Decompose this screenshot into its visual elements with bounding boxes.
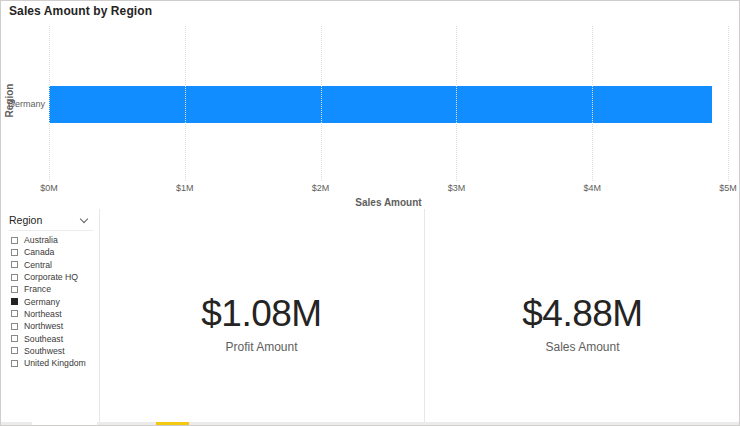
x-tick-label: $5M [719, 183, 737, 193]
slicer-item-southwest[interactable]: Southwest [1, 345, 99, 357]
slicer-item-label: Southwest [24, 346, 65, 356]
gridline [185, 26, 186, 181]
powerbi-report-canvas: Sales Amount by Region Region Germany $0… [0, 0, 740, 426]
slicer-item-label: Australia [24, 235, 58, 245]
slicer-item-label: Northeast [24, 309, 62, 319]
checkbox-unchecked[interactable] [11, 323, 18, 330]
slicer-item-central[interactable]: Central [1, 259, 99, 271]
bar-chart-visual: Sales Amount by Region Region Germany $0… [1, 1, 740, 209]
slicer-item-canada[interactable]: Canada [1, 246, 99, 258]
slicer-item-france[interactable]: France [1, 283, 99, 295]
slicer-header[interactable]: Region [9, 209, 93, 231]
gridline [49, 26, 50, 181]
x-tick-label: $3M [448, 183, 466, 193]
profit-amount-label: Profit Amount [99, 340, 424, 354]
sales-amount-label: Sales Amount [424, 340, 740, 354]
region-slicer: Region AustraliaCanadaCentralCorporate H… [1, 209, 99, 422]
slicer-list: AustraliaCanadaCentralCorporate HQFrance… [1, 234, 99, 369]
slicer-item-label: Central [24, 260, 52, 270]
gridline [456, 26, 457, 181]
slicer-item-australia[interactable]: Australia [1, 234, 99, 246]
x-axis-ticks: $0M$1M$2M$3M$4M$5M [49, 183, 728, 195]
plot-area [49, 26, 728, 181]
gridline [592, 26, 593, 181]
slicer-item-label: Northwest [24, 321, 63, 331]
checkbox-unchecked[interactable] [11, 335, 18, 342]
checkbox-unchecked[interactable] [11, 347, 18, 354]
slicer-item-label: Canada [24, 247, 54, 257]
profit-amount-value: $1.08M [99, 294, 424, 335]
slicer-item-corporate-hq[interactable]: Corporate HQ [1, 271, 99, 283]
checkbox-unchecked[interactable] [11, 237, 18, 244]
x-tick-label: $4M [583, 183, 601, 193]
profit-amount-card: $1.08M Profit Amount [99, 209, 424, 422]
slicer-item-label: France [24, 284, 51, 294]
checkbox-unchecked[interactable] [11, 274, 18, 281]
page-tab[interactable] [32, 422, 97, 426]
page-tab-bar [1, 422, 740, 426]
slicer-item-label: United Kingdom [24, 358, 86, 368]
x-axis-title: Sales Amount [49, 197, 728, 208]
x-tick-label: $1M [176, 183, 194, 193]
checkbox-unchecked[interactable] [11, 249, 18, 256]
sales-amount-value: $4.88M [424, 294, 740, 335]
slicer-item-northwest[interactable]: Northwest [1, 320, 99, 332]
gridline [321, 26, 322, 181]
x-tick-label: $2M [312, 183, 330, 193]
slicer-item-northeast[interactable]: Northeast [1, 308, 99, 320]
slicer-item-germany[interactable]: Germany [1, 295, 99, 307]
checkbox-unchecked[interactable] [11, 261, 18, 268]
x-tick-label: $0M [40, 183, 58, 193]
checkbox-unchecked[interactable] [11, 360, 18, 367]
slicer-item-southeast[interactable]: Southeast [1, 332, 99, 344]
bar-germany[interactable] [49, 86, 712, 123]
chevron-down-icon[interactable] [80, 214, 88, 222]
slicer-item-label: Germany [24, 297, 60, 307]
active-page-tab-highlight[interactable] [156, 422, 189, 426]
checkbox-unchecked[interactable] [11, 286, 18, 293]
gridline [728, 26, 729, 181]
slicer-item-label: Southeast [24, 334, 63, 344]
slicer-item-label: Corporate HQ [24, 272, 78, 282]
checkbox-checked[interactable] [11, 298, 18, 305]
chart-title: Sales Amount by Region [9, 4, 152, 18]
category-label-germany: Germany [1, 86, 45, 123]
checkbox-unchecked[interactable] [11, 310, 18, 317]
sales-amount-card: $4.88M Sales Amount [424, 209, 740, 422]
slicer-header-label: Region [9, 214, 42, 226]
slicer-item-united-kingdom[interactable]: United Kingdom [1, 357, 99, 369]
